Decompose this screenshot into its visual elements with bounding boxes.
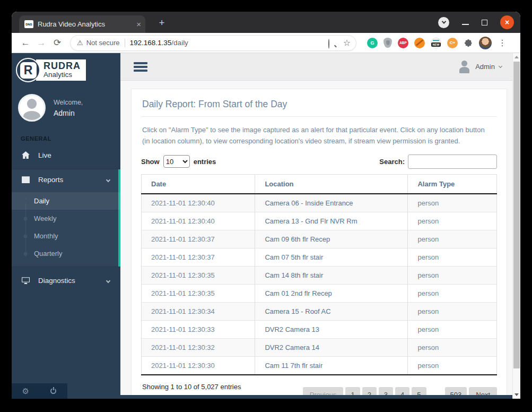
location-cell[interactable]: DVR2 Camera 13 [255,320,408,338]
url-host: 192.168.1.35 [130,39,172,47]
alarm-type-cell[interactable]: person [408,212,497,230]
bookmark-star-icon[interactable]: ☆ [343,38,351,48]
alarm-type-cell[interactable]: person [408,338,497,356]
extensions-puzzle-icon[interactable] [464,38,473,48]
date-cell: 2021-11-01 12:30:35 [142,266,255,284]
column-header-location[interactable]: Location [255,174,408,194]
top-navbar: Admin [120,53,520,81]
minimize-button[interactable] [462,24,469,25]
browser-profile-avatar[interactable] [479,37,492,49]
location-cell[interactable]: Camera 15 - Roof AC [255,302,408,320]
alarm-type-cell[interactable]: person [408,356,497,375]
alarm-type-cell[interactable]: person [408,302,497,320]
entries-label: entries [194,158,216,166]
sidebar-item-reports[interactable]: Reports [12,169,120,190]
bullet-icon [24,217,28,220]
tab-search-icon[interactable] [438,17,449,28]
address-bar[interactable]: ⚠ Not secure 192.168.1.35 /daily ☆ [70,35,356,51]
logo-subtitle: Analytics [43,71,81,79]
date-cell: 2021-11-01 12:30:33 [142,320,255,338]
admin-label: Admin [475,63,495,71]
location-cell[interactable]: Cam 07 5th flr stair [255,248,408,266]
report-description: Click on "Alarm Type" to see the image c… [142,124,492,147]
location-cell[interactable]: Camera 13 - Gnd Flr NVR Rm [255,212,408,230]
location-cell[interactable]: Cam 14 8th flr stair [255,266,408,284]
grammarly-extension-icon[interactable]: G [367,38,378,48]
sidebar-item-weekly[interactable]: Weekly [12,210,120,227]
hamburger-menu-icon[interactable] [134,62,147,72]
reports-submenu: Daily Weekly Monthly Quarterly [12,190,120,267]
column-header-date[interactable]: Date [142,174,255,194]
table-row: 2021-11-01 12:30:30Cam 11 7th flr stairp… [142,356,497,375]
home-icon [21,151,30,160]
table-row: 2021-11-01 12:30:37Cam 07 5th flr stairp… [142,248,497,266]
location-cell[interactable]: Cam 09 6th flr Recep [255,230,408,248]
maximize-button[interactable] [482,20,487,25]
badger-extension-icon[interactable] [414,38,425,48]
alarm-type-cell[interactable]: person [408,194,497,212]
search-input[interactable] [408,154,497,169]
not-secure-label[interactable]: Not secure [86,39,120,47]
admin-dropdown[interactable]: Admin [457,60,502,74]
sidebar-item-monthly[interactable]: Monthly [12,227,120,245]
sidebar-footer: ⚙ [12,383,67,399]
logo-name: RUDRA [43,61,81,71]
tab-close-icon[interactable]: × [136,20,141,29]
new-extension-icon[interactable]: NEW [431,38,441,48]
alarm-type-cell[interactable]: person [408,248,497,266]
profile-username: Admin [54,109,83,117]
alarm-type-cell[interactable]: person [408,266,497,284]
sidebar-item-quarterly[interactable]: Quarterly [12,245,120,262]
page-size-select[interactable]: 10 [163,155,190,168]
shield-extension-icon[interactable] [383,38,392,48]
gear-icon: ⚙ [22,387,29,396]
search-label: Search: [379,158,405,166]
scrollbar-thumb[interactable] [513,62,520,368]
bullet-icon [24,199,28,203]
logo-r-icon: R [16,58,40,82]
settings-button[interactable]: ⚙ [12,383,40,399]
location-cell[interactable]: DVR2 Camera 14 [255,338,408,356]
url-path: /daily [171,39,188,47]
sidebar-item-daily[interactable]: Daily [12,192,120,210]
reload-icon[interactable]: ⟳ [51,37,64,48]
alarm-type-cell[interactable]: person [408,230,497,248]
location-cell[interactable]: Cam 11 7th flr stair [255,356,408,375]
browser-menu-icon[interactable]: ⋮ [498,38,507,48]
forward-icon[interactable]: → [35,38,48,48]
date-cell: 2021-11-01 12:30:34 [142,302,255,320]
location-cell[interactable]: Camera 06 - Inside Entrance [255,194,408,212]
alarm-type-cell[interactable]: person [408,284,497,302]
logout-button[interactable] [40,383,68,399]
table-row: 2021-11-01 12:30:35Cam 14 8th flr stairp… [142,266,497,284]
adblock-extension-icon[interactable]: ABP [398,38,408,48]
page-scrollbar[interactable] [512,53,520,399]
cplus-extension-icon[interactable]: C+ [447,38,458,48]
tab-favicon: DNS [24,20,33,28]
new-tab-button[interactable]: + [155,17,169,29]
chevron-down-icon [106,177,110,182]
show-label: Show [141,158,160,166]
admin-avatar-icon [457,60,471,74]
menu-section-label: GENERAL [21,135,120,142]
back-icon[interactable]: ← [19,38,32,48]
main-area: Admin Daily Report: From Start of the Da… [120,53,520,399]
close-window-button[interactable]: × [500,15,514,29]
column-header-alarm-type[interactable]: Alarm Type [408,174,497,194]
scroll-down-arrow[interactable] [513,391,520,399]
browser-toolbar: ← → ⟳ ⚠ Not secure 192.168.1.35 /daily ☆… [12,33,520,53]
zoom-icon[interactable] [328,39,336,47]
page-bottom-strip [120,395,520,399]
location-cell[interactable]: Cam 01 2nd flr Recep [255,284,408,302]
app-logo[interactable]: R RUDRA Analytics [12,53,120,85]
table-row: 2021-11-01 12:30:35Cam 01 2nd flr Recepp… [142,284,497,302]
sidebar-group-reports: Reports Daily Weekly Monthly Quarterly [12,169,120,267]
date-cell: 2021-11-01 12:30:37 [142,230,255,248]
browser-window: DNS Rudra Video Analytics × + × ← → ⟳ ⚠ … [12,12,520,399]
browser-tab[interactable]: DNS Rudra Video Analytics × [19,15,145,33]
sidebar-item-diagnostics[interactable]: Diagnostics [12,270,120,291]
scroll-up-arrow[interactable] [513,53,520,61]
sidebar-item-live[interactable]: Live [12,145,120,166]
alarm-type-cell[interactable]: person [408,320,497,338]
sidebar: R RUDRA Analytics Welcome, Admin GENERAL… [12,53,120,399]
